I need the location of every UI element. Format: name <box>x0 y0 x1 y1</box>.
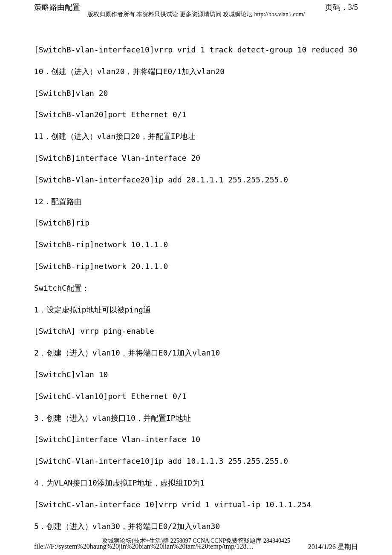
content-line: 5．创建（进入）vlan30，并将端口E0/2加入vlan30 <box>34 520 358 533</box>
content-line: [SwitchC-vlan-interface 10]vrrp vrid 1 v… <box>34 499 358 511</box>
content-line: [SwitchB]rip <box>34 217 358 229</box>
content-line: [SwitchB]vlan 20 <box>34 87 358 100</box>
content-line: [SwitchB-vlan20]port Ethernet 0/1 <box>34 109 358 121</box>
content-line: 1．设定虚拟ip地址可以被ping通 <box>34 304 358 316</box>
content-line: [SwitchC-vlan10]port Ethernet 0/1 <box>34 390 358 403</box>
content-line: [SwitchB-Vlan-interface20]ip add 20.1.1.… <box>34 174 358 186</box>
content-line: [SwitchB-rip]network 10.1.1.0 <box>34 239 358 251</box>
footer-file-path: file:///F:/system%20haung%20jin%20bian%2… <box>34 543 254 552</box>
footer-date: 2014/1/26 星期日 <box>308 543 358 552</box>
content-line: [SwitchC-Vlan-interface10]ip add 10.1.1.… <box>34 455 358 468</box>
content-line: 4．为VLAN接口10添加虚拟IP地址，虚拟组ID为1 <box>34 477 358 489</box>
content-line: 12．配置路由 <box>34 196 358 208</box>
page-footer: 攻城狮论坛(技术+生活)群 2258097 CCNA|CCNP免费答疑题库 28… <box>34 537 358 552</box>
content-line: 2．创建（进入）vlan10，并将端口E0/1加入vlan10 <box>34 347 358 359</box>
document-content: [SwitchB-vlan-interface10]vrrp vrid 1 tr… <box>0 18 392 532</box>
page-number: 页码，3/5 <box>325 2 358 12</box>
content-line: SwitchC配置： <box>34 282 358 295</box>
content-line: 3．创建（进入）vlan接口10，并配置IP地址 <box>34 412 358 425</box>
content-line: [SwitchC]interface Vlan-interface 10 <box>34 434 358 446</box>
content-line: 11．创建（进入）vlan接口20，并配置IP地址 <box>34 130 358 143</box>
content-line: [SwitchB-rip]network 20.1.1.0 <box>34 260 358 273</box>
content-line: 10．创建（进入）vlan20，并将端口E0/1加入vlan20 <box>34 66 358 78</box>
content-line: [SwitchA] vrrp ping-enable <box>34 325 358 338</box>
content-line: [SwitchB]interface Vlan-interface 20 <box>34 152 358 165</box>
content-line: [SwitchC]vlan 10 <box>34 369 358 381</box>
document-title: 策略路由配置 <box>34 2 80 12</box>
footer-bottom-row: file:///F:/system%20haung%20jin%20bian%2… <box>34 543 358 552</box>
content-line: [SwitchB-vlan-interface10]vrrp vrid 1 tr… <box>34 44 358 56</box>
